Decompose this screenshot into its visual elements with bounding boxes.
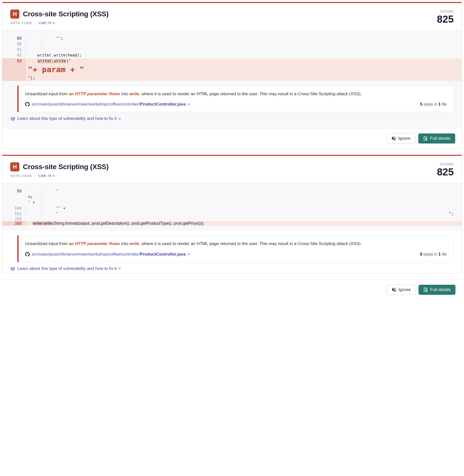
steps-count: 8 steps in 1 file [420,252,447,257]
code-line: 102 [2,217,462,221]
source-label: SNYK CODE [10,21,32,25]
cwe-link[interactable]: CWE-79 ⧉ [38,174,55,178]
highlighted-call: writer.write [37,59,66,63]
score-value: 825 [437,167,454,177]
description-text: Unsanitized input from an HTTP parameter… [25,241,447,247]
code-text [28,53,37,58]
code-line: 99 "%s" + [2,188,462,205]
card-body: 99 "%s" +100 "" +101 "";102103 writer.wr… [2,183,462,231]
ignore-button[interactable]: Ignore [387,133,415,144]
card-footer: IgnoreFull details [2,279,462,300]
external-link-icon: ⧉ [53,174,55,177]
external-link-icon: ⧉ [119,267,121,270]
line-number: 91 [2,47,25,53]
card-body: 89 "";909192 writer.write(head);93 write… [2,31,462,128]
code-line: 100 "" + [2,206,462,211]
line-number: 90 [2,41,25,47]
code-text [28,206,56,211]
vulnerability-card: HCross-site Scripting (XSS)SNYK CODE|CWE… [2,2,462,149]
description-box: Unsanitized input from an HTTP parameter… [17,235,454,262]
card-footer: IgnoreFull details [2,128,462,149]
line-number: 99 [2,188,25,205]
code-line: 101 ""; [2,211,462,217]
vulnerability-title: Cross-site Scripting (XSS) [23,10,109,18]
svg-point-1 [426,138,427,140]
source-label: SNYK CODE [10,174,32,178]
code-text [28,189,56,194]
score-label: SCORE [437,162,454,166]
description-text: Unsanitized input from an HTTP parameter… [25,91,447,97]
score-value: 825 [437,14,454,24]
line-number: 103 [2,221,25,226]
document-search-icon [423,287,428,292]
file-link[interactable]: src/main/java/nl/brianvermeer/workshop/c… [25,102,190,107]
cwe-link[interactable]: CWE-79 ⧉ [38,21,55,25]
ignore-button[interactable]: Ignore [387,285,415,295]
line-number: 100 [2,206,25,211]
code-text [28,59,37,63]
line-number: 89 [2,36,25,41]
learn-link[interactable]: Learn about this type of vulnerability a… [10,266,121,271]
code-line: 90 [2,41,462,47]
card-header: HCross-site Scripting (XSS)SNYK CODE|CWE… [2,3,462,31]
external-link-icon: ⧉ [53,21,55,25]
line-number: 101 [2,211,25,217]
steps-count: 5 steps in 1 file [420,102,447,107]
vulnerability-card: HCross-site Scripting (XSS)SNYK CODE|CWE… [2,155,462,273]
line-number: 93 [2,58,25,81]
file-link[interactable]: src/main/java/nl/brianvermeer/workshop/c… [25,252,190,257]
code-line: 103 writer.write(String.format(output, p… [2,221,462,226]
github-icon [25,102,30,107]
graduation-cap-icon [10,116,15,121]
full-details-button[interactable]: Full details [419,285,455,295]
learn-link[interactable]: Learn about this type of vulnerability a… [10,116,121,121]
highlighted-call: writer.write [32,221,53,225]
line-number: 92 [2,53,25,58]
code-text [28,36,56,41]
code-line: 93 writer.write(""+ param + ""); [2,58,462,81]
code-line: 91 [2,47,462,53]
line-number: 102 [2,217,25,221]
score-label: SCORE [437,10,454,13]
code-snippet: 89 "";909192 writer.write(head);93 write… [2,36,462,81]
eye-off-icon [391,136,396,141]
code-line: 89 ""; [2,36,462,41]
external-link-icon: ⧉ [188,253,190,256]
eye-off-icon [392,287,397,292]
code-line: 92 writer.write(head); [2,53,462,58]
full-details-button[interactable]: Full details [418,133,455,144]
divider: | [35,21,36,25]
code-snippet: 99 "%s" +100 "" +101 ""; [2,188,462,217]
description-box: Unsanitized input from an HTTP parameter… [17,85,454,112]
external-link-icon: ⧉ [188,103,190,106]
document-search-icon [423,136,428,141]
graduation-cap-icon [10,266,15,271]
severity-badge: H [10,162,19,171]
severity-badge: H [10,10,19,19]
divider: | [35,174,36,178]
github-icon [25,252,30,257]
vulnerability-title: Cross-site Scripting (XSS) [23,163,109,171]
svg-point-5 [426,290,427,291]
code-text [28,221,32,225]
card-header: HCross-site Scripting (XSS)SNYK CODE|CWE… [2,156,462,183]
code-text [28,212,56,216]
external-link-icon: ⧉ [119,117,121,120]
